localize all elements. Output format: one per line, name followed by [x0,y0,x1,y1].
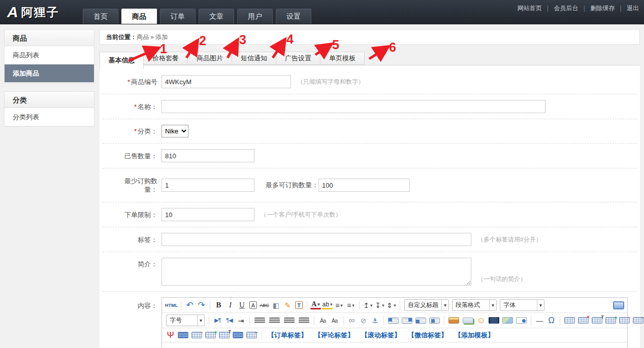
align-left-icon[interactable] [254,318,265,323]
redo-icon[interactable]: ↷ [196,300,207,310]
设置[interactable]: 设置 [276,9,311,24]
unordered-list-icon[interactable]: ≡ [345,300,356,310]
horizontal-rule-icon[interactable]: — [534,315,545,326]
paragraph-format-select[interactable]: 段落格式 [452,299,497,311]
insert-col-icon[interactable] [619,317,630,324]
link-icon[interactable]: ∞ [346,315,357,326]
strikethrough-icon[interactable]: ABC [259,300,270,310]
align-center-icon[interactable] [269,318,280,323]
用户[interactable]: 用户 [237,9,273,24]
ordered-list-icon[interactable]: ≡ [334,300,344,310]
基本信息[interactable]: 基本信息 [100,52,144,69]
paste-text-icon[interactable]: T [295,301,303,309]
商品列表[interactable]: 商品列表 [5,46,94,64]
min-qty-input[interactable] [162,179,254,192]
image-block-icon[interactable] [429,318,440,324]
ltr-paragraph-icon[interactable]: ▶¶ [212,315,223,326]
eraser-icon[interactable]: ◧ [271,300,281,310]
insert-image-icon[interactable] [448,317,459,324]
custom-heading-select[interactable]: 自定义标题 [404,299,449,311]
价格套餐[interactable]: 价格套餐 [144,52,188,65]
image-inline-icon[interactable] [402,318,412,324]
to-uppercase-icon[interactable]: Âa [317,315,328,326]
首页[interactable]: 首页 [83,9,118,24]
rtl-paragraph-icon[interactable]: ¶◀ [224,315,235,326]
intro-textarea[interactable] [162,258,471,286]
fullscreen-icon[interactable] [613,301,624,309]
table-props-icon[interactable] [592,317,602,324]
order-limit-input[interactable] [162,208,254,221]
row-props-icon[interactable] [233,332,243,338]
【微信标签】[interactable]: 【微信标签】 [408,331,447,340]
sku-input[interactable] [162,75,291,88]
anchor-icon[interactable]: ⚓ [370,315,380,326]
【订单标签】[interactable]: 【订单标签】 [268,331,307,340]
font-family-select[interactable]: 字体 [500,299,544,311]
category-select[interactable]: Nike [162,125,188,137]
delete-table-icon[interactable] [578,317,589,324]
insert-row-below-icon[interactable] [205,332,216,338]
merge-cells-icon[interactable] [219,332,230,338]
main-nav: 首页 商品 订单 文章 用户 设置 [83,9,314,24]
bold-icon[interactable]: B [213,300,224,310]
delete-cell-icon[interactable]: Ψ [165,330,176,340]
editor-content-area[interactable]: {[AliziOrder]} [162,342,627,348]
insert-row-icon[interactable] [605,317,616,324]
emoticon-icon[interactable]: ☺ [476,315,487,326]
insert-col-right-icon[interactable] [191,332,202,338]
【评论标签】[interactable]: 【评论标签】 [314,331,354,340]
商品[interactable]: 商品 [121,9,157,24]
italic-icon[interactable]: I [225,300,236,310]
html-source-icon[interactable]: HTML [165,300,178,310]
format-brush-icon[interactable]: ✎ [282,300,293,310]
max-qty-input[interactable] [318,179,410,192]
align-justify-icon[interactable] [299,318,309,323]
image-left-icon[interactable] [388,318,399,324]
会员后台[interactable]: 会员后台 [542,4,578,13]
first-line-indent-icon[interactable]: ⇥ [236,315,246,326]
paragraph-space-top-icon[interactable]: ↥ [363,300,373,310]
font-color-icon[interactable]: A [310,301,321,309]
multi-image-icon[interactable] [463,318,473,324]
分类列表[interactable]: 分类列表 [5,108,94,126]
tags-input[interactable] [162,233,471,246]
添加商品[interactable]: 添加商品 [5,64,94,83]
intro-label: 简介： [103,258,162,268]
广告设置[interactable]: 广告设置 [276,52,320,65]
font-size-select[interactable]: 字号 [166,315,205,326]
underline-icon[interactable]: U [237,300,247,310]
col-props-icon[interactable] [246,332,257,338]
unlink-icon[interactable]: ⊘ [358,315,369,326]
highlight-color-icon[interactable]: ab [322,301,333,309]
special-char-icon[interactable]: Ω [546,315,557,326]
separator [307,301,307,310]
align-right-icon[interactable] [284,318,295,323]
line-height-icon[interactable]: ⇕ [386,300,397,310]
editor-toolbar-row-2: 字号 ▶¶ ¶◀ ⇥ [162,313,627,328]
单页模板[interactable]: 单页模板 [320,52,365,65]
删除缓存[interactable]: 删除缓存 [578,4,615,13]
image-right-icon[interactable] [415,318,426,324]
split-cell-icon[interactable] [633,317,643,324]
网站首页[interactable]: 网站首页 [518,4,542,13]
insert-page-icon[interactable] [516,317,527,324]
文章[interactable]: 文章 [199,9,234,24]
to-lowercase-icon[interactable]: Âa [329,315,340,326]
separator [314,316,314,325]
短信通知[interactable]: 短信通知 [232,52,276,65]
insert-video-icon[interactable] [489,317,499,324]
订单[interactable]: 订单 [160,9,196,24]
paragraph-space-bottom-icon[interactable]: ↧ [374,300,385,310]
insert-table-icon[interactable] [564,317,575,324]
name-input[interactable] [162,100,545,113]
font-frame-icon[interactable]: A [249,301,257,309]
退出[interactable]: 退出 [615,4,639,13]
商品图片[interactable]: 商品图片 [188,52,232,65]
table-header-icon[interactable] [178,332,188,338]
undo-icon[interactable]: ↶ [184,300,195,310]
breadcrumb-path[interactable]: 商品 » 添加 [137,33,168,41]
【添加模板】[interactable]: 【添加模板】 [455,331,494,340]
【滚动标签】[interactable]: 【滚动标签】 [361,331,401,340]
insert-map-icon[interactable] [502,317,513,324]
sold-input[interactable] [162,149,254,162]
